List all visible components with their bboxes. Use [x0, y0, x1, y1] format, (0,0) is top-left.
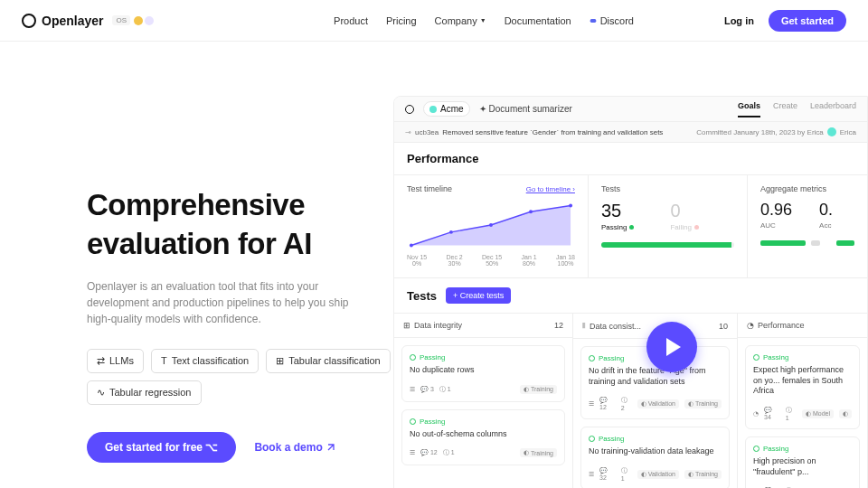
- play-video-button[interactable]: [646, 322, 697, 372]
- cta-book-demo-link[interactable]: Book a demo: [254, 441, 335, 454]
- test-card[interactable]: Passing Expect high performance on yo...…: [745, 345, 860, 429]
- tests-section-title: Tests: [407, 289, 437, 303]
- avatar: [827, 127, 836, 136]
- bars-icon: ⦀: [582, 321, 586, 331]
- chevron-down-icon: ▼: [480, 17, 486, 23]
- os-badge: OS: [112, 15, 154, 25]
- external-link-icon: [326, 443, 335, 452]
- product-logo-icon: [405, 105, 414, 114]
- test-card[interactable]: Passing No training-validation data leak…: [580, 427, 730, 488]
- nav-pricing[interactable]: Pricing: [386, 15, 417, 26]
- hero-subtitle: Openlayer is an evaluation tool that fit…: [87, 278, 358, 327]
- logo-icon: [22, 14, 36, 28]
- test-card[interactable]: Passing High precision on "fraudulent" p…: [745, 436, 860, 488]
- gauge-icon: ◔: [747, 321, 754, 330]
- svg-rect-0: [590, 19, 596, 23]
- getstarted-button[interactable]: Get started: [769, 10, 846, 32]
- chip-tabular-regression: ∿Tabular regression: [87, 380, 202, 405]
- chip-tabular-classification: ⊞Tabular classification: [266, 349, 391, 373]
- svg-point-4: [529, 210, 533, 213]
- create-tests-button[interactable]: + Create tests: [446, 287, 511, 304]
- svg-point-1: [410, 244, 413, 248]
- product-screenshot: Acme ✦Document sumarizer Goals Create Le…: [393, 96, 868, 488]
- commit-bar: ⊸ ucb3ea Removed sensitive feature `Gend…: [394, 122, 867, 143]
- nav-product[interactable]: Product: [334, 15, 368, 26]
- tab-goals[interactable]: Goals: [738, 101, 760, 117]
- timeline-chart: [407, 201, 575, 250]
- workspace-badge[interactable]: Acme: [423, 101, 470, 117]
- grid-icon: ⊞: [403, 321, 410, 330]
- nav-discord[interactable]: Discord: [590, 15, 634, 26]
- play-icon: [666, 338, 681, 356]
- tests-panel: Tests 35Passing 0Failing: [589, 175, 748, 277]
- logo[interactable]: Openlayer: [22, 14, 103, 28]
- svg-point-5: [569, 204, 572, 208]
- tab-create[interactable]: Create: [773, 101, 797, 117]
- nav-docs[interactable]: Documentation: [505, 15, 571, 26]
- aggregate-panel: Aggregate metrics 0.96AUC 0.Acc: [748, 175, 867, 277]
- chip-text-classification: TText classification: [151, 349, 259, 373]
- test-card[interactable]: Passing No duplicate rows ☰💬 3ⓘ 1◐ Train…: [401, 345, 565, 402]
- tab-leaderboard[interactable]: Leaderboard: [810, 101, 856, 117]
- project-name[interactable]: ✦Document sumarizer: [479, 104, 572, 114]
- discord-icon: [590, 17, 597, 24]
- performance-title: Performance: [394, 143, 867, 174]
- chip-llms: ⇄LLMs: [87, 349, 144, 373]
- test-card[interactable]: Passing No out-of-schema columns ☰💬 12ⓘ …: [401, 409, 565, 466]
- timeline-panel: Test timeline Go to timeline › Nov 150% …: [394, 175, 589, 277]
- nav-company[interactable]: Company ▼: [435, 15, 486, 26]
- svg-point-2: [449, 230, 453, 234]
- brand-name: Openlayer: [42, 14, 103, 28]
- cta-get-started-button[interactable]: Get started for free ⌥: [87, 432, 236, 463]
- svg-point-3: [489, 223, 493, 227]
- hero-title: Comprehensiveevaluation for AI: [87, 186, 393, 264]
- goto-timeline-link[interactable]: Go to timeline ›: [526, 185, 575, 193]
- login-link[interactable]: Log in: [724, 15, 754, 26]
